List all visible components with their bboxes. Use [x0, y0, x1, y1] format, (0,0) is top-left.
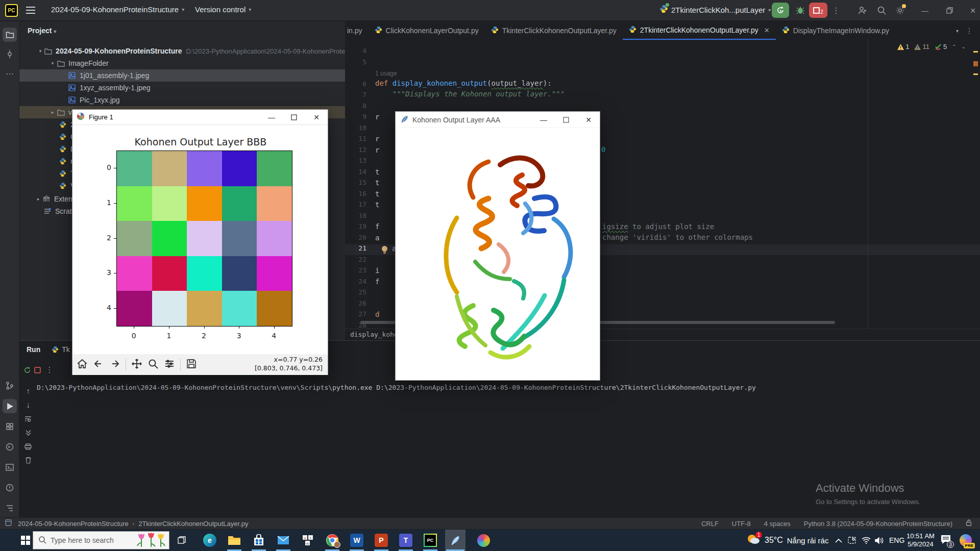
- stop-button[interactable]: 2: [809, 3, 827, 18]
- add-user-icon[interactable]: [855, 4, 869, 16]
- tree-file-1xyz[interactable]: 1xyz_assembly-1.jpeg: [19, 82, 345, 94]
- mail-icon[interactable]: [275, 530, 292, 551]
- tab-displaytheimageinwindow[interactable]: DisplayTheImageInWindow.py: [776, 21, 895, 40]
- tablet-mode-icon[interactable]: [847, 530, 856, 551]
- save-icon[interactable]: [186, 358, 197, 371]
- tabs-dropdown-icon[interactable]: ▾: [956, 28, 959, 34]
- tray-expand-icon[interactable]: [835, 530, 842, 551]
- edge-icon[interactable]: e: [201, 530, 218, 551]
- figure-minimize-button[interactable]: —: [260, 110, 283, 124]
- window-maximize-button[interactable]: [938, 3, 961, 18]
- readonly-lock-icon[interactable]: [966, 519, 972, 528]
- soft-wrap-icon[interactable]: [23, 414, 33, 423]
- terminal-tool-icon[interactable]: [3, 460, 17, 474]
- rerun-button[interactable]: [772, 3, 789, 18]
- interpreter-widget[interactable]: Python 3.8 (2024-05-09-KohonenProteinStr…: [804, 520, 952, 528]
- tree-folder-imagefolder[interactable]: ▾ ImageFolder: [19, 57, 345, 69]
- problems-tool-icon[interactable]: [3, 481, 17, 495]
- project-panel-header[interactable]: Project ▾: [19, 21, 345, 38]
- stripe-mark[interactable]: [973, 73, 978, 75]
- run-tool-icon[interactable]: [3, 399, 17, 413]
- print-icon[interactable]: [23, 442, 33, 451]
- rerun-icon[interactable]: [22, 365, 32, 374]
- line-separator-widget[interactable]: CRLF: [701, 520, 719, 528]
- run-options-icon[interactable]: ⋮: [45, 365, 54, 374]
- chrome-icon[interactable]: [324, 530, 341, 551]
- inspections-widget[interactable]: 1 11 5 ⌃ ⌄: [897, 43, 966, 51]
- tab-close-icon[interactable]: ✕: [764, 27, 770, 34]
- search-everywhere-icon[interactable]: [875, 4, 888, 16]
- console-output-line[interactable]: D:\2023-PythonApplication\2024-05-09-Koh…: [37, 384, 756, 391]
- run-panel-title[interactable]: Run: [27, 345, 40, 354]
- services-tool-icon[interactable]: [3, 419, 17, 434]
- start-button[interactable]: [17, 530, 34, 551]
- version-control-menu[interactable]: Version control▾: [195, 5, 251, 14]
- run-tab[interactable]: Tk: [52, 345, 70, 354]
- console-up-icon[interactable]: ↑: [23, 387, 33, 396]
- stop-icon[interactable]: [33, 365, 42, 374]
- pycharm-taskbar-icon[interactable]: PC: [422, 530, 439, 551]
- home-icon[interactable]: [77, 358, 88, 371]
- tab-main-py[interactable]: in.py: [345, 21, 369, 40]
- figure-close-button[interactable]: ✕: [305, 110, 328, 124]
- tk-minimize-button[interactable]: —: [532, 112, 555, 127]
- python-console-tool-icon[interactable]: [3, 440, 17, 454]
- vcs-tool-icon[interactable]: [3, 379, 17, 393]
- clock-widget[interactable]: 10:51 AM 5/9/2024: [906, 530, 935, 551]
- back-icon[interactable]: [93, 358, 104, 371]
- window-close-button[interactable]: ✕: [962, 3, 980, 18]
- status-window-icon[interactable]: [5, 519, 12, 528]
- tk-close-button[interactable]: ✕: [577, 112, 600, 127]
- tab-clickkohonenlayeroutput[interactable]: ClickKohonenLayerOutput.py: [369, 21, 485, 40]
- taskbar-search-input[interactable]: Type here to search: [33, 531, 169, 549]
- stripe-mark[interactable]: [973, 61, 978, 66]
- file-explorer-icon[interactable]: [226, 530, 243, 551]
- settings-gear-icon[interactable]: [893, 4, 906, 16]
- usage-hint[interactable]: 1 usage: [375, 70, 397, 77]
- structure-tool-icon[interactable]: [3, 501, 17, 515]
- figure-window-titlebar[interactable]: Figure 1 — ✕: [72, 110, 328, 125]
- matplotlib-figure-window[interactable]: Figure 1 — ✕ Kohonen Output Layer BBB 01…: [72, 109, 328, 375]
- tree-file-1j01[interactable]: 1j01_assembly-1.jpeg: [19, 69, 345, 82]
- word-icon[interactable]: W: [348, 530, 365, 551]
- clear-console-icon[interactable]: [23, 456, 33, 465]
- forward-icon[interactable]: [109, 358, 120, 371]
- scroll-to-end-icon[interactable]: [23, 428, 33, 437]
- wifi-icon[interactable]: [862, 530, 871, 551]
- tk-maximize-button[interactable]: [555, 112, 577, 127]
- volume-icon[interactable]: [875, 530, 884, 551]
- more-actions-icon[interactable]: ⋮: [831, 4, 841, 16]
- console-down-icon[interactable]: ↓: [23, 400, 33, 410]
- tab-tkinterclickkohonen[interactable]: TkinterClickKohonenOutputLayer.py: [485, 21, 623, 40]
- powerpoint-icon[interactable]: P: [373, 530, 390, 551]
- copilot-icon[interactable]: PRE: [960, 530, 972, 551]
- teams-icon[interactable]: T: [397, 530, 414, 551]
- breadcrumb-project[interactable]: 2024-05-09-KohonenProteinStructure: [18, 520, 129, 528]
- notification-center-icon[interactable]: 3: [940, 530, 951, 551]
- microsoft-store-icon[interactable]: [250, 530, 267, 551]
- window-minimize-button[interactable]: —: [914, 3, 936, 18]
- indent-widget[interactable]: 4 spaces: [764, 520, 791, 528]
- tkinter-window-titlebar[interactable]: Kohonen Output Layer AAA — ✕: [396, 112, 600, 128]
- intention-lightbulb-icon[interactable]: [381, 245, 388, 256]
- tree-file-pic1xyx[interactable]: Pic_1xyx.jpg: [19, 94, 345, 106]
- photos-icon[interactable]: [475, 530, 492, 551]
- prev-problem-icon[interactable]: ⌃: [952, 44, 956, 49]
- weather-widget[interactable]: 1 35°C Nắng rải rác: [746, 530, 828, 551]
- run-configuration-selector[interactable]: 2TkinterClickKoh...putLayer▾: [659, 5, 771, 15]
- tkinter-app-taskbar-icon[interactable]: [445, 530, 465, 551]
- commit-tool-icon[interactable]: [3, 47, 17, 61]
- more-tool-windows-icon[interactable]: ⋯: [3, 66, 17, 81]
- input-method-icon[interactable]: uin: [299, 530, 316, 551]
- tkinter-window[interactable]: Kohonen Output Layer AAA — ✕: [395, 111, 600, 381]
- encoding-widget[interactable]: UTF-8: [732, 520, 751, 528]
- zoom-icon[interactable]: [148, 358, 159, 371]
- project-tool-icon[interactable]: [3, 28, 17, 42]
- task-view-button[interactable]: [174, 530, 190, 551]
- tree-root-row[interactable]: ▾ 2024-05-09-KohonenProteinStructure D:\…: [19, 45, 345, 57]
- tab-2tkinterclickkohonen-active[interactable]: 2TkinterClickKohonenOutputLayer.py ✕: [623, 21, 776, 40]
- next-problem-icon[interactable]: ⌄: [962, 44, 966, 49]
- figure-maximize-button[interactable]: [283, 110, 305, 124]
- project-selector[interactable]: 2024-05-09-KohonenProteinStructure▾: [51, 5, 184, 14]
- debug-button[interactable]: [794, 4, 806, 16]
